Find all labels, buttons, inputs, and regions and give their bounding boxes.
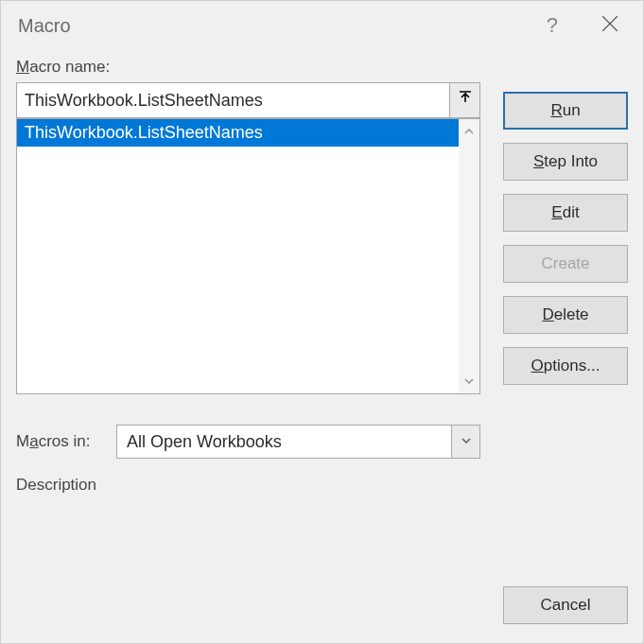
- macros-in-select[interactable]: All Open Workbooks: [116, 425, 480, 459]
- macros-in-value: All Open Workbooks: [117, 432, 451, 452]
- macros-in-label: Macros in:: [16, 432, 103, 451]
- run-button[interactable]: Run: [503, 92, 628, 130]
- macro-list[interactable]: ThisWorkbook.ListSheetNames: [17, 119, 459, 393]
- macros-in-row: Macros in: All Open Workbooks: [16, 425, 480, 459]
- macro-name-input[interactable]: [16, 82, 450, 118]
- content-area: Macro name: ThisWorkbook.ListSheetNames: [1, 50, 643, 586]
- dialog-title: Macro: [18, 15, 530, 37]
- create-button: Create: [503, 245, 628, 283]
- list-item[interactable]: ThisWorkbook.ListSheetNames: [17, 119, 459, 147]
- scroll-up-icon[interactable]: [464, 125, 474, 138]
- close-icon: [601, 15, 618, 36]
- chevron-down-icon: [461, 433, 472, 450]
- options-button[interactable]: Options...: [503, 347, 628, 385]
- select-dropdown-button[interactable]: [451, 426, 479, 458]
- left-column: Macro name: ThisWorkbook.ListSheetNames: [16, 58, 480, 571]
- reference-picker-button[interactable]: [450, 82, 480, 118]
- scrollbar[interactable]: [459, 119, 479, 393]
- spacer: [503, 58, 628, 78]
- description-label: Description: [16, 476, 480, 495]
- close-button[interactable]: [575, 11, 626, 41]
- macro-list-container: ThisWorkbook.ListSheetNames: [16, 118, 480, 394]
- macro-dialog: Macro ? Macro name: ThisWorkbook.ListShe…: [0, 0, 644, 644]
- macro-name-label: Macro name:: [16, 58, 480, 77]
- help-button[interactable]: ?: [530, 9, 575, 42]
- delete-button[interactable]: Delete: [503, 296, 628, 334]
- step-into-button[interactable]: Step Into: [503, 143, 628, 181]
- bottom-bar: Cancel: [1, 586, 643, 643]
- macro-name-row: [16, 82, 480, 118]
- right-column: Run Step Into Edit Create Delete Options…: [503, 58, 628, 571]
- edit-button[interactable]: Edit: [503, 194, 628, 232]
- cancel-button[interactable]: Cancel: [503, 586, 628, 624]
- scroll-down-icon[interactable]: [464, 374, 474, 388]
- upload-arrow-icon: [458, 91, 473, 110]
- titlebar: Macro ?: [1, 1, 643, 50]
